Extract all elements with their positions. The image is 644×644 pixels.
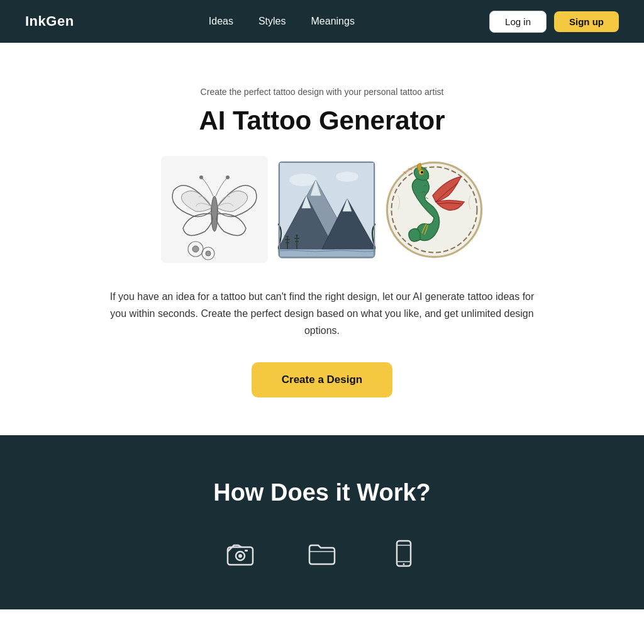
folder-icon: [306, 538, 338, 572]
hero-section: Create the perfect tattoo design with yo…: [0, 43, 644, 435]
create-design-button[interactable]: Create a Design: [252, 362, 393, 397]
hero-title: AI Tattoo Generator: [199, 106, 445, 136]
svg-point-1: [211, 196, 218, 231]
nav-actions: Log in Sign up: [489, 11, 619, 33]
how-section: How Does it Work?: [0, 435, 644, 609]
tattoo-image-mountain: [278, 161, 375, 258]
signup-button[interactable]: Sign up: [554, 11, 619, 32]
svg-point-3: [192, 246, 199, 252]
svg-rect-23: [397, 541, 411, 566]
camera-icon: [225, 538, 256, 572]
nav-link-meanings[interactable]: Meanings: [311, 16, 355, 26]
svg-point-20: [238, 554, 242, 558]
phone-icon: [388, 538, 419, 572]
tattoo-image-dragon: [386, 161, 483, 258]
how-step-2: [306, 538, 338, 572]
nav-links: Ideas Styles Meanings: [209, 16, 355, 27]
nav-link-ideas[interactable]: Ideas: [209, 16, 233, 26]
svg-point-6: [199, 175, 203, 179]
hero-subtitle: Create the perfect tattoo design with yo…: [201, 87, 444, 97]
nav-link-styles[interactable]: Styles: [258, 16, 286, 26]
svg-point-17: [421, 171, 423, 174]
svg-point-10: [289, 174, 317, 186]
svg-point-5: [206, 251, 211, 256]
svg-point-26: [403, 563, 405, 565]
svg-rect-21: [245, 550, 248, 552]
how-section-title: How Does it Work?: [25, 479, 619, 506]
how-step-1: [225, 538, 256, 572]
hero-images: [161, 156, 483, 263]
login-button[interactable]: Log in: [489, 11, 547, 33]
how-step-3: [388, 538, 419, 572]
tattoo-image-butterfly: [161, 156, 268, 263]
hero-description: If you have an idea for a tattoo but can…: [108, 288, 536, 340]
how-steps: [25, 538, 619, 572]
navbar: InkGen Ideas Styles Meanings Log in Sign…: [0, 0, 644, 43]
svg-point-11: [336, 172, 358, 182]
svg-point-7: [226, 175, 230, 179]
brand-logo: InkGen: [25, 13, 74, 30]
